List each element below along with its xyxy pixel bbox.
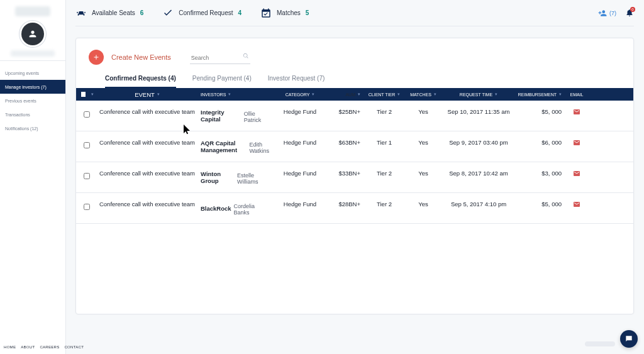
table-row: Conference call with executive teamBlack…: [76, 193, 633, 224]
cell-email[interactable]: [564, 170, 589, 177]
seats-value: 6: [140, 9, 144, 16]
cell-tier: Tier 2: [363, 170, 406, 177]
col-category[interactable]: Category: [274, 92, 326, 97]
user-add-count: (7): [609, 10, 616, 16]
create-event-button[interactable]: [89, 50, 104, 65]
cell-event: Conference call with executive team: [96, 139, 198, 146]
calendar-check-icon: [260, 8, 272, 19]
select-all-checkbox[interactable]: [81, 92, 86, 97]
col-request-time[interactable]: Request Time: [441, 92, 516, 97]
row-checkbox[interactable]: [84, 173, 90, 179]
cell-event: Conference call with executive team: [96, 201, 198, 207]
user-plus-icon: [598, 9, 607, 18]
mouse-cursor: [184, 124, 191, 137]
cell-request-time: Sep 5, 2017 4:10 pm: [441, 201, 516, 207]
cell-request-time: Sep 8, 2017 10:42 am: [441, 170, 516, 177]
confirmed-value: 4: [238, 9, 242, 16]
matches-value: 5: [306, 9, 309, 16]
cell-event: Conference call with executive team: [96, 108, 198, 115]
tabs: Confirmed Requests (4) Pending Payment (…: [76, 71, 633, 88]
cell-event: Conference call with executive team: [96, 170, 198, 177]
app-logo: [15, 6, 50, 16]
sidebar-item-previous[interactable]: Previous events: [0, 94, 65, 108]
footer-home[interactable]: HOME: [4, 345, 16, 349]
chat-icon: [625, 335, 633, 343]
cell-reimbursement: $3, 000: [516, 170, 564, 177]
person-icon: [28, 29, 38, 39]
cell-reimbursement: $6, 000: [516, 139, 564, 146]
cell-matches: Yes: [406, 170, 441, 177]
table-header: Event Investors Category AUM Client Tier…: [76, 88, 633, 101]
search-icon: [243, 53, 249, 59]
chat-widget-button[interactable]: [620, 330, 638, 348]
sidebar-item-manage-investors[interactable]: Manage investors (7): [0, 80, 65, 94]
cell-request-time: Sep 10, 2017 11:35 am: [441, 108, 516, 115]
footer-about[interactable]: ABOUT: [21, 345, 35, 349]
user-name: [11, 50, 55, 57]
sidebar: Upcoming events Manage investors (7) Pre…: [0, 0, 65, 354]
cell-category: Hedge Fund: [274, 139, 326, 146]
cell-category: Hedge Fund: [274, 108, 326, 115]
cell-reimbursement: $5, 000: [516, 201, 564, 207]
sidebar-item-upcoming[interactable]: Upcoming events: [0, 66, 65, 80]
notifications-badge: 0: [630, 7, 635, 12]
cell-email[interactable]: [564, 139, 589, 147]
sidebar-item-transactions[interactable]: Transactions: [0, 108, 65, 121]
seats-label: Available Seats: [92, 9, 135, 16]
avatar[interactable]: [21, 23, 44, 45]
row-checkbox[interactable]: [84, 142, 90, 148]
table-row: Conference call with executive teamWinto…: [76, 162, 633, 193]
tab-pending-payment[interactable]: Pending Payment (4): [192, 75, 252, 88]
col-aum[interactable]: AUM: [326, 92, 363, 97]
matches-label: Matches: [277, 9, 301, 16]
plus-icon: [92, 53, 100, 61]
mail-icon: [573, 108, 580, 116]
col-investors[interactable]: Investors: [198, 92, 274, 97]
sidebar-footer: HOME ABOUT CAREERS CONTACT: [0, 345, 65, 349]
table-row: Conference call with executive teamAQR C…: [76, 131, 633, 162]
cell-matches: Yes: [406, 108, 441, 115]
cell-request-time: Sep 9, 2017 03:40 pm: [441, 139, 516, 146]
col-reimbursement[interactable]: Reimbursement: [516, 92, 564, 97]
cell-aum: $63BN+: [326, 139, 363, 146]
cell-matches: Yes: [406, 201, 441, 207]
cell-category: Hedge Fund: [274, 201, 326, 207]
cell-email[interactable]: [564, 201, 589, 208]
tab-confirmed-requests[interactable]: Confirmed Requests (4): [105, 75, 176, 88]
cell-investor: AQR Capital ManagementEdith Watkins: [198, 139, 274, 154]
content-card: Create New Events Confirmed Requests (4)…: [75, 38, 634, 314]
mail-icon: [573, 170, 580, 177]
mail-icon: [573, 139, 580, 147]
mail-icon: [573, 201, 580, 208]
cell-investor: BlackRockCordelia Banks: [198, 201, 274, 216]
table-body: Conference call with executive teamInteg…: [76, 101, 633, 224]
metric-available-seats: Available Seats 6: [75, 8, 143, 19]
col-client-tier[interactable]: Client Tier: [363, 92, 406, 97]
side-nav: Upcoming events Manage investors (7) Pre…: [0, 61, 65, 135]
sidebar-item-notifications[interactable]: Notifications (12): [0, 121, 65, 135]
cell-investor: Integrity CapitalOllie Patrick: [198, 108, 274, 123]
cell-tier: Tier 2: [363, 108, 406, 115]
cell-aum: $28BN+: [326, 201, 363, 207]
cell-tier: Tier 1: [363, 139, 406, 146]
scrollbar-stub: [585, 341, 615, 346]
col-email: Email: [564, 92, 589, 97]
topbar: Available Seats 6 Confirmed Request 4 Ma…: [75, 0, 634, 26]
cell-reimbursement: $5, 000: [516, 108, 564, 115]
add-user-button[interactable]: (7): [598, 9, 616, 18]
cell-aum: $33BN+: [326, 170, 363, 177]
metric-confirmed-request: Confirmed Request 4: [162, 8, 242, 19]
col-matches[interactable]: Matches: [406, 92, 441, 97]
col-event[interactable]: Event: [96, 91, 198, 98]
seat-icon: [75, 8, 87, 19]
row-checkbox[interactable]: [84, 111, 90, 118]
cell-email[interactable]: [564, 108, 589, 116]
cell-matches: Yes: [406, 139, 441, 146]
row-checkbox[interactable]: [84, 204, 90, 210]
footer-careers[interactable]: CAREERS: [40, 345, 59, 349]
tab-investor-request[interactable]: Investor Request (7): [268, 75, 325, 88]
cell-aum: $25BN+: [326, 108, 363, 115]
notifications-button[interactable]: 0: [625, 8, 634, 18]
search-input[interactable]: [190, 52, 250, 64]
cell-tier: Tier 2: [363, 201, 406, 207]
